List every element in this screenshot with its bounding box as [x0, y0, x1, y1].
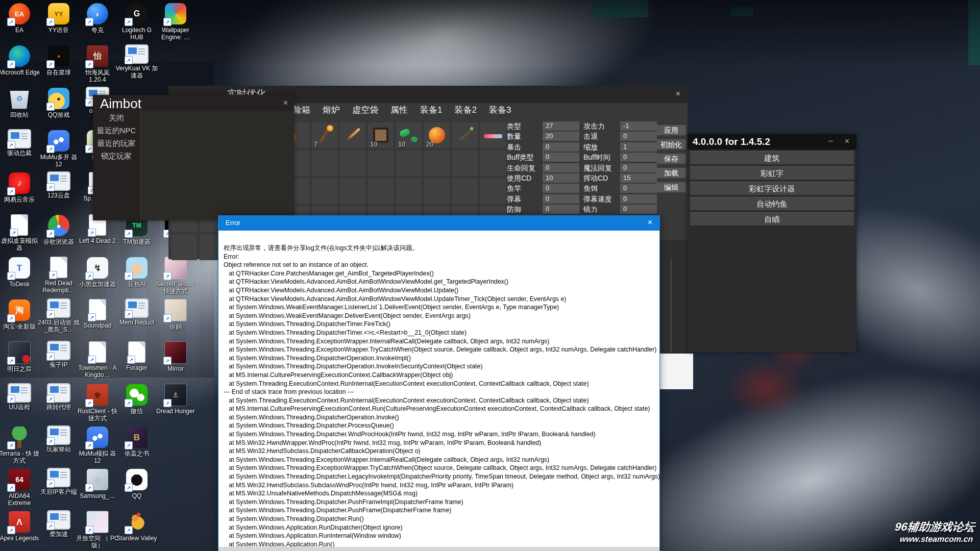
stat-right-value-field[interactable]: 0 [620, 184, 657, 193]
desktop-icon[interactable]: ↗MuMu模拟 器12 [76, 427, 119, 464]
stat-right-value-field[interactable]: 0 [620, 163, 657, 172]
desktop-icon[interactable]: ↗Mirror [154, 342, 197, 372]
desktop-icon[interactable]: ↗Mem Reduct [115, 299, 158, 326]
stat-left-value-field[interactable]: 0 [543, 184, 579, 193]
stat-right-value-field[interactable]: 0 [620, 194, 657, 204]
editor-tab[interactable]: 装备3 [489, 104, 511, 116]
desktop-icon[interactable]: ↗微信 [115, 384, 158, 415]
launcher-feature-button[interactable]: 自瞄 [690, 212, 854, 226]
desktop-icon[interactable]: ↗明日之后 [0, 342, 41, 372]
inventory-slot[interactable] [452, 179, 478, 204]
editor-action-button[interactable]: 编辑 [656, 182, 686, 192]
desktop-icon[interactable]: ↗天启IP客户端 [37, 469, 80, 495]
desktop-icon[interactable]: ↗Soundpad [76, 299, 119, 329]
inventory-slot[interactable] [172, 235, 197, 260]
inventory-slot[interactable] [396, 151, 422, 176]
inventory-slot[interactable] [312, 151, 337, 176]
stat-right-value-field[interactable]: 15 [620, 173, 657, 183]
desktop-icon[interactable]: ↗Terraria - 快 捷方式 [0, 427, 41, 464]
desktop-icon[interactable]: ↯↗小黑盒加速器 [76, 257, 119, 288]
stat-left-value-field[interactable]: 0 [543, 205, 579, 214]
inventory-slot[interactable] [368, 179, 394, 204]
desktop-icon[interactable]: ↗兔子IP [37, 342, 80, 368]
aimbot-close-icon[interactable]: × [283, 99, 288, 107]
desktop-icon[interactable]: ↗Microsoft Edge [0, 45, 41, 76]
desktop-icon[interactable]: 64↗AIDA64 Extreme [0, 469, 41, 507]
editor-action-button[interactable]: 保存 [656, 154, 686, 164]
desktop-icon[interactable]: ●↗自在星球 [37, 45, 80, 76]
launcher-feature-button[interactable]: 自动钓鱼 [690, 197, 854, 210]
editor-tab[interactable]: 熔炉 [323, 104, 340, 116]
inventory-slot[interactable] [424, 151, 450, 176]
desktop-icon[interactable]: 淘↗淘宝-全新版 [0, 299, 41, 330]
editor-tab[interactable]: 属性 [390, 104, 408, 116]
stat-left-value-field[interactable]: 27 [543, 121, 579, 131]
inventory-slot[interactable] [340, 151, 365, 176]
inventory-slot[interactable] [340, 122, 365, 148]
desktop-icon[interactable]: ↗Townsmen - A Kingdo… [76, 342, 119, 379]
desktop-icon[interactable]: ↗玩家驿站 [37, 427, 80, 453]
inventory-slot[interactable] [480, 179, 506, 204]
desktop-icon[interactable]: ↗豆包AI [115, 257, 158, 288]
editor-tab[interactable]: 虚空袋 [352, 104, 378, 116]
desktop-icon[interactable]: ⚓↗Dread Hunger [154, 384, 197, 415]
desktop-icon[interactable]: ☢↗RustClient - 快捷方式 [76, 384, 119, 422]
desktop-icon[interactable]: ●↗QQ游戏 [37, 88, 80, 118]
stat-right-value-field[interactable]: 0 [620, 132, 657, 141]
inventory-slot[interactable]: 10 [396, 122, 422, 148]
inventory-slot[interactable] [452, 122, 478, 148]
editor-tab[interactable]: 装备1 [420, 104, 442, 116]
desktop-icon[interactable]: ◗↗夸克 [76, 3, 119, 34]
desktop-icon[interactable]: EA↗EA [0, 3, 41, 34]
desktop-icon[interactable]: ↗VeryKuai VK 加速器 [115, 45, 158, 79]
inventory-slot[interactable]: 10 [368, 122, 394, 148]
desktop-icon[interactable]: ↗开放空间 （ PC版） [76, 511, 119, 549]
inventory-slot[interactable] [396, 179, 422, 204]
inventory-slot[interactable] [480, 151, 506, 176]
error-dialog-titlebar[interactable]: Error × [218, 215, 659, 231]
launcher-feature-button[interactable]: 彩虹字设计器 [690, 182, 854, 195]
launcher-close-icon[interactable]: × [845, 137, 849, 145]
desktop-icon[interactable]: B↗依盖之书 [115, 427, 158, 457]
inventory-slot[interactable] [368, 151, 394, 176]
desktop-icon[interactable]: 怡↗怡海风岚 1.20.4 [76, 45, 119, 83]
stat-left-value-field[interactable]: 0 [543, 194, 579, 204]
desktop-icon[interactable]: ↗SecretFlas… - 快捷方式 [154, 257, 197, 295]
desktop-icon[interactable]: ↗爱加速 [37, 511, 80, 538]
editor-action-button[interactable]: 加载 [656, 168, 686, 178]
desktop-icon[interactable]: T↗ToDesk [0, 257, 41, 288]
stat-right-value-field[interactable]: -1 [620, 121, 657, 131]
inventory-slot[interactable] [480, 122, 506, 148]
inventory-slot[interactable] [340, 179, 365, 204]
editor-action-button[interactable]: 应用 [656, 125, 686, 135]
desktop-icon[interactable]: ↗UU远程 [0, 384, 41, 411]
editor-action-button[interactable]: 初始化 [656, 139, 686, 149]
stat-right-value-field[interactable]: 0 [620, 205, 657, 214]
editor-tab[interactable]: 装备2 [454, 104, 476, 116]
desktop-icon[interactable]: ♪↗网易云音乐 [0, 172, 41, 203]
desktop-icon[interactable]: ●↗谷歌浏览器 [37, 215, 80, 245]
launcher-minimize-icon[interactable]: – [828, 136, 833, 145]
desktop-icon[interactable]: ↗123云盘 [37, 172, 80, 199]
inventory-slot[interactable] [312, 179, 337, 204]
stat-right-value-field[interactable]: 1 [620, 142, 657, 152]
desktop-icon[interactable]: ↗你妈 [154, 299, 197, 330]
editor-close-icon[interactable]: × [676, 90, 680, 98]
desktop-icon[interactable]: ↗Red Dead Redempti… [37, 257, 80, 294]
desktop-icon[interactable]: ↗Stardew Valley [115, 511, 158, 542]
desktop-icon[interactable]: ↗Wallpaper Engine: … [154, 3, 197, 41]
aimbot-menu-item[interactable]: 锁定玩家 [93, 149, 140, 162]
stat-left-value-field[interactable]: 20 [543, 132, 579, 141]
aimbot-menu-item[interactable]: 关闭 [93, 111, 140, 124]
desktop-icon[interactable]: ↗Forager [115, 342, 158, 371]
desktop-icon[interactable]: ↗驱动总裁 [0, 130, 41, 157]
inventory-slot[interactable] [452, 151, 478, 176]
desktop-icon[interactable]: ↗虚拟桌宠模拟 器 [0, 215, 41, 252]
aimbot-menu-item[interactable]: 最近的NPC [93, 124, 140, 137]
desktop-icon[interactable]: YY↗YY语音 [37, 3, 80, 34]
desktop-icon[interactable]: ↗QQ [115, 469, 158, 499]
aimbot-menu-item[interactable]: 最近的玩家 [93, 137, 140, 149]
stat-right-value-field[interactable]: 0 [620, 153, 657, 162]
desktop-icon[interactable]: ◎↗Samsung_… [76, 469, 119, 499]
stat-left-value-field[interactable]: 0 [543, 153, 579, 162]
